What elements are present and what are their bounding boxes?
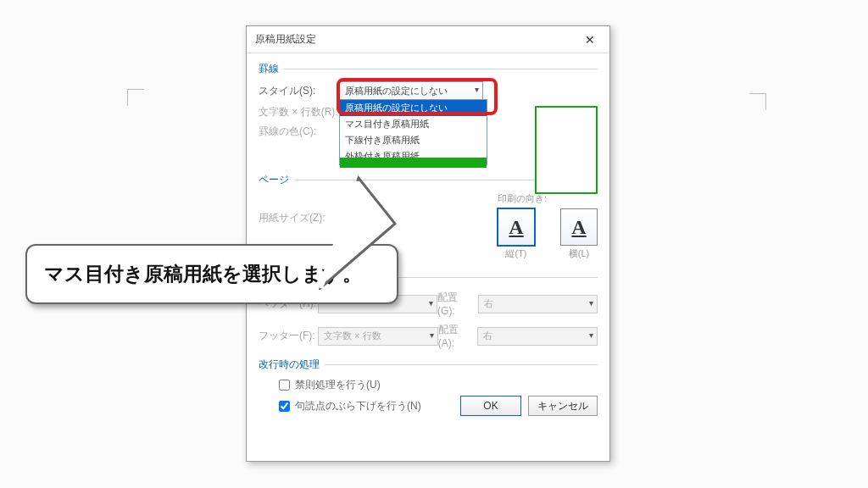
style-combo[interactable]: 原稿用紙の設定にしない — [339, 81, 483, 100]
style-option-underline[interactable]: 下線付き原稿用紙 — [340, 132, 487, 148]
dialog-title: 原稿用紙設定 — [255, 32, 316, 47]
dialog-buttons: OK キャンセル — [460, 396, 598, 416]
group-linebreak: 改行時の処理 — [259, 358, 598, 372]
portrait-icon: A — [509, 216, 523, 239]
dialog-titlebar: 原稿用紙設定 ✕ — [247, 26, 609, 53]
group-ruled-label: 罫線 — [259, 62, 279, 76]
style-label: スタイル(S): — [259, 84, 339, 98]
orientation-landscape-label: 横(L) — [569, 247, 589, 260]
cancel-button[interactable]: キャンセル — [528, 396, 598, 416]
kinsoku-checkbox-row[interactable]: 禁則処理を行う(U) — [275, 377, 598, 393]
close-button[interactable]: ✕ — [576, 30, 604, 49]
ok-button[interactable]: OK — [460, 396, 521, 416]
color-swatch-bar — [340, 158, 487, 168]
preview-pane — [535, 106, 598, 194]
group-ruled: 罫線 — [259, 62, 598, 76]
footer-align-combo[interactable]: 右 — [477, 327, 598, 346]
callout-tail-icon — [270, 171, 405, 290]
header-align-value: 右 — [484, 297, 493, 310]
orientation-group: A 縦(T) A 横(L) — [498, 208, 598, 260]
orientation-portrait[interactable]: A 縦(T) — [498, 208, 535, 260]
style-option-none[interactable]: 原稿用紙の設定にしない — [340, 100, 487, 116]
footer-row: フッター(F): 文字数 × 行数 配置(A): 右 — [259, 323, 598, 349]
burasage-checkbox[interactable] — [279, 401, 290, 412]
footer-label: フッター(F): — [259, 329, 318, 343]
footer-combo-value: 文字数 × 行数 — [324, 330, 381, 342]
footer-combo[interactable]: 文字数 × 行数 — [318, 327, 438, 346]
header-align-combo[interactable]: 右 — [478, 295, 598, 313]
instruction-callout: マス目付き原稿用紙を選択します。 — [25, 244, 398, 304]
color-label: 罫線の色(C): — [259, 125, 339, 139]
footer-align-label: 配置(A): — [438, 323, 472, 349]
orient-label: 印刷の向き: — [498, 192, 598, 205]
footer-align-value: 右 — [483, 330, 492, 342]
group-linebreak-label: 改行時の処理 — [259, 358, 320, 372]
orientation-landscape[interactable]: A 横(L) — [560, 208, 598, 260]
orientation-portrait-label: 縦(T) — [505, 247, 526, 260]
style-option-grid[interactable]: マス目付き原稿用紙 — [340, 116, 487, 132]
landscape-icon: A — [571, 216, 586, 239]
style-combo-value: 原稿用紙の設定にしない — [345, 85, 448, 97]
style-dropdown: 原稿用紙の設定にしない マス目付き原稿用紙 下線付き原稿用紙 外枠付き原稿用紙 — [339, 99, 487, 165]
chars-label: 文字数 × 行数(R): — [259, 105, 339, 119]
close-icon: ✕ — [585, 33, 595, 47]
header-align-label: 配置(G): — [437, 291, 473, 317]
style-row: スタイル(S): 原稿用紙の設定にしない 原稿用紙の設定にしない マス目付き原稿… — [259, 81, 598, 100]
kinsoku-label: 禁則処理を行う(U) — [295, 378, 381, 392]
kinsoku-checkbox[interactable] — [279, 380, 290, 391]
burasage-label: 句読点のぶら下げを行う(N) — [295, 399, 421, 413]
